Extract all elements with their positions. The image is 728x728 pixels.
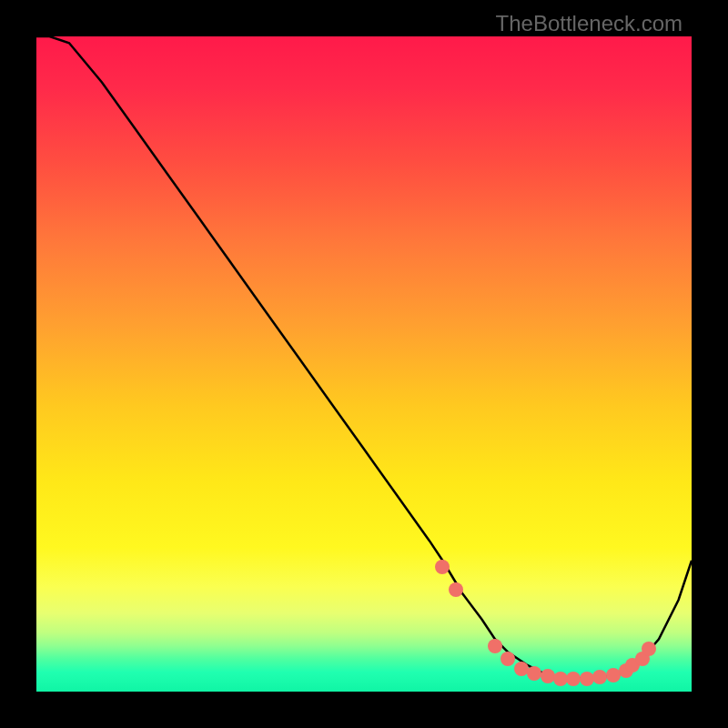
chart-container: TheBottleneck.com [0, 0, 728, 728]
watermark-text: TheBottleneck.com [496, 11, 682, 36]
data-marker [500, 652, 515, 666]
markers-layer [36, 36, 692, 692]
data-marker [449, 582, 463, 597]
data-marker [527, 666, 541, 681]
data-marker [592, 670, 607, 684]
data-marker [435, 560, 450, 574]
data-marker [642, 642, 656, 656]
plot-area [36, 36, 692, 692]
data-marker [488, 639, 502, 653]
